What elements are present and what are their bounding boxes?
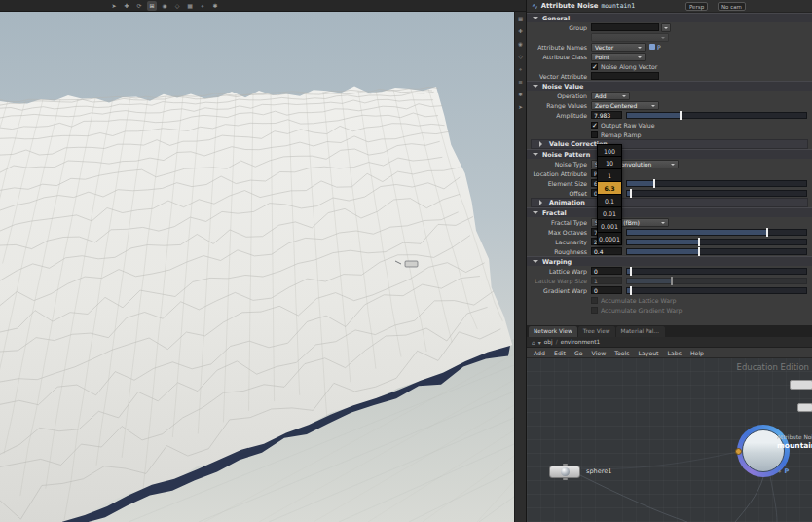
ladder-step[interactable]: 0.001 bbox=[597, 220, 622, 233]
section-fractal[interactable]: Fractal bbox=[527, 207, 812, 217]
handles-icon[interactable]: ◉ bbox=[160, 1, 169, 11]
operation-dropdown[interactable]: Add bbox=[591, 92, 630, 100]
diamond-icon[interactable]: ◇ bbox=[516, 53, 525, 61]
slider-knob[interactable] bbox=[698, 238, 700, 246]
amplitude-field[interactable]: 7.983 bbox=[591, 111, 622, 119]
ladder-step[interactable]: 0.01 bbox=[597, 207, 622, 220]
network-canvas[interactable]: Education Edition sphere1 Attribute Nois… bbox=[527, 358, 812, 522]
breadcrumb-network[interactable]: environment1 bbox=[561, 339, 601, 345]
menu-labs[interactable]: Labs bbox=[668, 350, 682, 356]
tab-material-palette[interactable]: Material Palette bbox=[616, 326, 665, 337]
add-icon[interactable]: ✚ bbox=[516, 27, 525, 36]
ladder-step[interactable]: 0.1 bbox=[597, 195, 622, 207]
wire[interactable] bbox=[581, 452, 737, 468]
section-value-correction[interactable]: Value Correction bbox=[531, 139, 808, 149]
noise-along-vector-checkbox[interactable] bbox=[591, 63, 598, 70]
star-icon[interactable]: ✱ bbox=[210, 1, 220, 11]
amplitude-slider[interactable] bbox=[626, 112, 807, 119]
target-icon[interactable]: ⌖ bbox=[198, 1, 207, 11]
param-row-fractal-type: Fractal Type Standard (fBm) bbox=[527, 217, 812, 227]
section-noise-pattern[interactable]: Noise Pattern bbox=[527, 149, 812, 159]
attribute-class-dropdown[interactable]: Point bbox=[591, 53, 646, 61]
node-sphere1[interactable] bbox=[549, 466, 580, 478]
slider-knob[interactable] bbox=[671, 277, 673, 285]
accumulate-lattice-checkbox[interactable] bbox=[591, 297, 598, 304]
select-icon[interactable]: ➤ bbox=[109, 1, 119, 11]
menu-icon[interactable]: ≡ bbox=[516, 78, 525, 87]
param-row-group-type bbox=[527, 32, 812, 42]
tab-network-view[interactable]: Network View bbox=[529, 326, 577, 337]
lattice-warp-size-slider[interactable] bbox=[626, 278, 807, 284]
section-animation[interactable]: Animation bbox=[531, 198, 808, 207]
slider-knob[interactable] bbox=[653, 179, 655, 188]
home-icon[interactable]: ⌂ bbox=[532, 339, 535, 346]
slider-fill bbox=[627, 249, 699, 254]
gradient-warp-field[interactable]: 0 bbox=[591, 286, 622, 294]
group-type-dropdown[interactable] bbox=[591, 33, 669, 42]
menu-tools[interactable]: Tools bbox=[614, 350, 629, 356]
arrow-icon[interactable]: ➤ bbox=[516, 103, 525, 112]
menu-help[interactable]: Help bbox=[690, 350, 704, 356]
output-raw-checkbox[interactable] bbox=[591, 122, 598, 129]
wire[interactable] bbox=[735, 477, 763, 522]
tab-tree-view[interactable]: Tree View bbox=[578, 326, 615, 337]
lacunarity-slider[interactable] bbox=[626, 239, 807, 245]
ladder-step[interactable]: 100 bbox=[597, 144, 622, 157]
wire[interactable] bbox=[580, 475, 687, 522]
group-field[interactable] bbox=[591, 23, 659, 31]
snap-icon[interactable]: ◇ bbox=[172, 1, 182, 11]
target-icon[interactable]: ⌖ bbox=[516, 65, 525, 74]
node-partial[interactable] bbox=[797, 403, 812, 412]
ladder-step[interactable]: 1 bbox=[597, 169, 622, 182]
node-partial[interactable] bbox=[790, 380, 812, 390]
section-noise-value[interactable]: Noise Value bbox=[527, 81, 812, 91]
rotate-icon[interactable]: ⟳ bbox=[134, 1, 144, 11]
lattice-warp-field[interactable]: 0 bbox=[591, 267, 622, 275]
lattice-warp-size-field[interactable]: 1 bbox=[591, 277, 622, 284]
move-icon[interactable]: ✚ bbox=[122, 1, 131, 11]
ladder-step-active[interactable]: 6.3 bbox=[597, 182, 622, 195]
menu-view[interactable]: View bbox=[592, 350, 607, 356]
dropdown-icon[interactable]: ▾ bbox=[538, 339, 541, 346]
group-menu-icon[interactable] bbox=[661, 23, 671, 32]
roughness-field[interactable]: 0.4 bbox=[591, 247, 622, 255]
wire[interactable] bbox=[770, 476, 777, 522]
menu-go[interactable]: Go bbox=[574, 350, 583, 356]
layout-icon[interactable]: ▦ bbox=[516, 15, 525, 23]
section-warping[interactable]: Warping bbox=[527, 256, 812, 266]
attribute-names-dropdown[interactable]: Vector bbox=[591, 43, 646, 52]
ladder-step[interactable]: 10 bbox=[597, 157, 622, 169]
accumulate-gradient-checkbox[interactable] bbox=[591, 307, 598, 314]
star-icon[interactable]: ✱ bbox=[516, 91, 525, 99]
persp-button[interactable]: Persp bbox=[685, 2, 708, 11]
lattice-warp-slider[interactable] bbox=[626, 268, 807, 275]
slider-knob[interactable] bbox=[630, 286, 632, 295]
ladder-step[interactable]: 0.0001 bbox=[597, 233, 622, 245]
max-octaves-slider[interactable] bbox=[626, 229, 807, 236]
vector-attribute-field[interactable] bbox=[591, 72, 659, 80]
scale-icon[interactable]: ⊞ bbox=[147, 1, 157, 11]
viewport-3d-canvas[interactable] bbox=[0, 12, 514, 522]
slider-knob[interactable] bbox=[766, 228, 768, 237]
focus-icon[interactable]: ◉ bbox=[516, 40, 525, 49]
roughness-slider[interactable] bbox=[626, 248, 807, 255]
offset-slider[interactable] bbox=[626, 190, 807, 197]
section-general[interactable]: General bbox=[527, 13, 812, 22]
range-values-dropdown[interactable]: Zero Centered bbox=[591, 101, 659, 110]
slider-knob[interactable] bbox=[698, 247, 700, 256]
terrain-mesh bbox=[0, 87, 514, 522]
slider-knob[interactable] bbox=[630, 189, 632, 198]
slider-knob[interactable] bbox=[630, 267, 632, 276]
no-cam-button[interactable]: No cam bbox=[718, 2, 746, 11]
menu-layout[interactable]: Layout bbox=[639, 350, 659, 356]
grid-icon[interactable]: ▦ bbox=[185, 1, 195, 11]
input-connector-icon[interactable] bbox=[735, 448, 742, 455]
menu-edit[interactable]: Edit bbox=[554, 350, 566, 356]
gradient-warp-slider[interactable] bbox=[626, 287, 807, 294]
pin-icon[interactable]: ⌖ bbox=[778, 467, 781, 475]
breadcrumb-obj[interactable]: obj bbox=[544, 339, 553, 345]
menu-add[interactable]: Add bbox=[534, 350, 545, 356]
slider-knob[interactable] bbox=[680, 111, 682, 120]
element-size-slider[interactable] bbox=[626, 180, 807, 187]
remap-ramp-checkbox[interactable] bbox=[591, 131, 598, 138]
